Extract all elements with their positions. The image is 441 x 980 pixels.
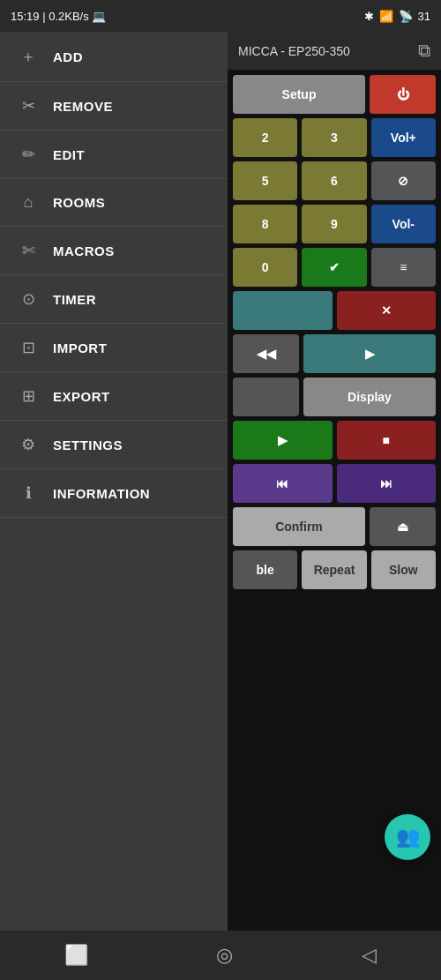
menu-button[interactable]: ≡ — [371, 248, 436, 287]
eject-button[interactable]: ⏏ — [370, 507, 436, 546]
nav-home-button[interactable]: ◎ — [198, 937, 250, 974]
sidebar-item-macros[interactable]: ✄ MACROS — [0, 227, 228, 275]
sidebar-item-remove[interactable]: ✂ REMOVE — [0, 82, 228, 131]
timer-icon: ⊙ — [18, 289, 39, 309]
back-button[interactable]: ◀◀ — [233, 334, 299, 373]
sidebar-item-timer-label: TIMER — [53, 292, 96, 307]
sidebar-item-export-label: EXPORT — [53, 389, 110, 404]
blank-dark-button[interactable] — [233, 378, 299, 416]
btn-row-9: ▶ ■ — [233, 421, 436, 460]
remote-header: MICCA - EP250-350 ⧉ — [228, 32, 441, 70]
play-button[interactable]: ▶ — [233, 421, 333, 460]
bottom-nav-bar: ⬜ ◎ ◁ — [0, 931, 441, 980]
sidebar: ＋ ADD ✂ REMOVE ✏ EDIT ⌂ ROOMS ✄ MACROS ⊙… — [0, 32, 228, 931]
status-bar: 15:19 | 0.2KB/s 💻 ✱ 📶 📡 31 — [0, 0, 441, 32]
sidebar-item-settings[interactable]: ⚙ SETTINGS — [0, 421, 228, 469]
remote-title: MICCA - EP250-350 — [238, 44, 350, 58]
vol-minus-button[interactable]: Vol- — [371, 205, 436, 243]
next-button[interactable]: ⏭ — [337, 464, 437, 503]
wifi-icon: 📡 — [399, 10, 413, 23]
sidebar-item-import-label: IMPORT — [53, 340, 107, 355]
nav-square-button[interactable]: ⬜ — [47, 937, 106, 974]
add-icon: ＋ — [18, 46, 39, 67]
remote-pages-icon[interactable]: ⧉ — [418, 41, 430, 61]
status-time-speed: 15:19 | 0.2KB/s 💻 — [11, 10, 106, 23]
btn-row-10: ⏮ ⏭ — [233, 464, 436, 503]
vol-plus-button[interactable]: Vol+ — [371, 118, 436, 157]
setup-button[interactable]: Setup — [233, 75, 365, 114]
prev-button[interactable]: ⏮ — [233, 464, 333, 503]
mute-button[interactable]: ⊘ — [371, 161, 436, 200]
btn-row-6: ✕ — [233, 291, 436, 330]
monitor-icon: 💻 — [92, 10, 106, 23]
sidebar-item-edit[interactable]: ✏ EDIT — [0, 131, 228, 179]
battery-icon: 31 — [418, 10, 430, 23]
display-button[interactable]: Display — [303, 378, 436, 416]
close-button[interactable]: ✕ — [337, 291, 437, 330]
remote-buttons-area: Setup ⏻ 2 3 Vol+ 5 6 ⊘ 8 9 Vol- — [228, 70, 441, 931]
bluetooth-icon: ✱ — [364, 10, 374, 23]
confirm-button[interactable]: Confirm — [233, 507, 365, 546]
status-icons: ✱ 📶 📡 31 — [364, 10, 430, 23]
nav-back-button[interactable]: ◁ — [344, 937, 394, 974]
btn-row-5: 0 ✔ ≡ — [233, 248, 436, 287]
btn-row-1: Setup ⏻ — [233, 75, 436, 114]
power-button[interactable]: ⏻ — [370, 75, 436, 114]
btn-row-8: Display — [233, 378, 436, 416]
btn-6[interactable]: 6 — [302, 161, 366, 200]
btn-row-12: ble Repeat Slow — [233, 550, 436, 589]
time: 15:19 — [11, 10, 40, 23]
sidebar-item-add[interactable]: ＋ ADD — [0, 32, 228, 82]
stop-button[interactable]: ■ — [337, 421, 437, 460]
sidebar-item-information[interactable]: ℹ INFORMATION — [0, 469, 228, 518]
ok-button[interactable]: ✔ — [302, 248, 366, 287]
import-icon: ⊡ — [18, 338, 39, 357]
sidebar-item-information-label: INFORMATION — [53, 486, 150, 501]
export-icon: ⊞ — [18, 386, 39, 406]
edit-icon: ✏ — [18, 145, 39, 164]
btn-3[interactable]: 3 — [302, 118, 366, 157]
sidebar-item-remove-label: REMOVE — [53, 99, 113, 114]
users-icon: 👥 — [396, 826, 420, 849]
remote-panel: MICCA - EP250-350 ⧉ Setup ⏻ 2 3 Vol+ 5 6… — [228, 32, 441, 931]
sidebar-item-edit-label: EDIT — [53, 147, 85, 162]
sidebar-item-macros-label: MACROS — [53, 243, 115, 258]
macros-icon: ✄ — [18, 241, 39, 260]
sidebar-item-settings-label: SETTINGS — [53, 438, 123, 453]
blank-teal-button[interactable] — [233, 291, 333, 330]
fab-button[interactable]: 👥 — [385, 814, 430, 860]
sidebar-item-export[interactable]: ⊞ EXPORT — [0, 372, 228, 421]
btn-row-11: Confirm ⏏ — [233, 507, 436, 546]
sidebar-item-import[interactable]: ⊡ IMPORT — [0, 324, 228, 372]
play-forward-button[interactable]: ▶ — [303, 334, 436, 373]
btn-row-4: 8 9 Vol- — [233, 205, 436, 243]
sidebar-item-rooms-label: ROOMS — [53, 195, 105, 210]
signal-icon: 📶 — [379, 10, 393, 23]
btn-5[interactable]: 5 — [233, 161, 297, 200]
btn-0[interactable]: 0 — [233, 248, 297, 287]
sidebar-item-add-label: ADD — [53, 49, 83, 64]
btn-row-7: ◀◀ ▶ — [233, 334, 436, 373]
rooms-icon: ⌂ — [18, 193, 39, 212]
information-icon: ℹ — [18, 483, 39, 503]
main-area: ＋ ADD ✂ REMOVE ✏ EDIT ⌂ ROOMS ✄ MACROS ⊙… — [0, 32, 441, 931]
btn-8[interactable]: 8 — [233, 205, 297, 243]
ble-button[interactable]: ble — [233, 550, 297, 589]
btn-2[interactable]: 2 — [233, 118, 297, 157]
remove-icon: ✂ — [18, 96, 39, 116]
settings-icon: ⚙ — [18, 435, 39, 454]
btn-9[interactable]: 9 — [302, 205, 366, 243]
btn-row-2: 2 3 Vol+ — [233, 118, 436, 157]
slow-button[interactable]: Slow — [371, 550, 436, 589]
btn-row-3: 5 6 ⊘ — [233, 161, 436, 200]
sidebar-item-rooms[interactable]: ⌂ ROOMS — [0, 179, 228, 227]
sidebar-item-timer[interactable]: ⊙ TIMER — [0, 275, 228, 324]
repeat-button[interactable]: Repeat — [302, 550, 366, 589]
speed-value: 0.2KB/s — [49, 10, 89, 23]
